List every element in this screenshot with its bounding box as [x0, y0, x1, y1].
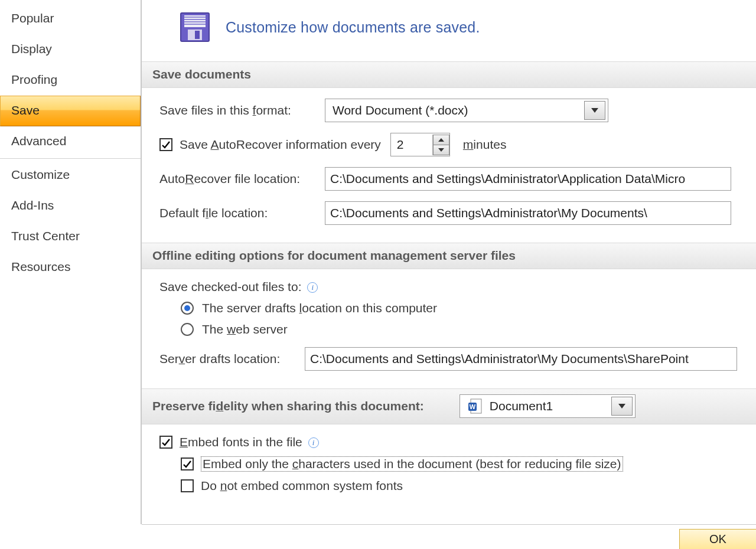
- footer: OK: [142, 524, 756, 549]
- section-preserve-fidelity: Preserve fidelity when sharing this docu…: [142, 388, 756, 424]
- radio-web-server-label: The web server: [202, 322, 288, 336]
- page-title: Customize how documents are saved.: [226, 19, 480, 36]
- embed-fonts-label: Embed fonts in the file i: [180, 435, 319, 449]
- save-format-label: Save files in this format:: [159, 103, 325, 117]
- svg-marker-8: [591, 108, 598, 113]
- sidebar-item-trust-center[interactable]: Trust Center: [0, 221, 141, 252]
- sidebar-item-addins[interactable]: Add-Ins: [0, 191, 141, 221]
- autorecover-label: Save AutoRecover information every: [180, 138, 381, 152]
- main-panel: Customize how documents are saved. Save …: [142, 0, 756, 549]
- default-location-input[interactable]: [325, 201, 731, 225]
- autorecover-interval-spinner[interactable]: 2: [390, 133, 450, 156]
- minutes-label: minutes: [463, 138, 507, 152]
- spinner-down-icon[interactable]: [433, 145, 449, 155]
- default-location-label: Default file location:: [159, 206, 325, 220]
- sidebar-item-customize[interactable]: Customize: [0, 160, 141, 191]
- sidebar-item-proofing[interactable]: Proofing: [0, 65, 141, 96]
- save-icon: [180, 12, 210, 43]
- section-save-documents: Save documents: [142, 61, 756, 88]
- svg-rect-5: [184, 24, 206, 25]
- autorecover-location-label: AutoRecover file location:: [159, 172, 325, 186]
- word-document-icon: W: [467, 398, 484, 414]
- spinner-up-icon[interactable]: [433, 135, 449, 145]
- embed-fonts-checkbox[interactable]: [159, 436, 172, 449]
- embed-common-fonts-label: Do not embed common system fonts: [201, 479, 403, 493]
- info-icon[interactable]: i: [307, 282, 318, 293]
- svg-rect-4: [184, 21, 206, 22]
- server-drafts-location-input[interactable]: [305, 347, 737, 371]
- chevron-down-icon[interactable]: [584, 101, 605, 120]
- svg-marker-14: [618, 404, 625, 409]
- save-checked-out-label: Save checked-out files to: i: [159, 280, 318, 294]
- section-offline-editing: Offline editing options for document man…: [142, 243, 756, 269]
- info-icon[interactable]: i: [308, 437, 319, 448]
- autorecover-checkbox[interactable]: [159, 138, 172, 151]
- svg-text:W: W: [470, 403, 476, 410]
- sidebar-item-resources[interactable]: Resources: [0, 252, 141, 283]
- sidebar-item-save[interactable]: Save: [0, 96, 141, 126]
- svg-rect-2: [184, 17, 206, 18]
- radio-server-drafts-local[interactable]: [181, 302, 194, 315]
- svg-marker-10: [438, 148, 444, 152]
- embed-common-fonts-checkbox[interactable]: [181, 479, 194, 492]
- save-format-dropdown[interactable]: Word Document (*.docx): [325, 99, 608, 122]
- radio-web-server[interactable]: [181, 323, 194, 336]
- autorecover-location-input[interactable]: [325, 167, 731, 191]
- sidebar-item-display[interactable]: Display: [0, 34, 141, 65]
- radio-server-drafts-local-label: The server drafts location on this compu…: [202, 301, 437, 315]
- chevron-down-icon[interactable]: [611, 397, 633, 416]
- sidebar-divider: [0, 158, 141, 159]
- svg-rect-3: [184, 19, 206, 20]
- sidebar-item-popular[interactable]: Popular: [0, 4, 141, 34]
- sidebar: Popular Display Proofing Save Advanced C…: [0, 0, 142, 524]
- svg-marker-9: [438, 138, 444, 142]
- embed-only-characters-label: Embed only the characters used in the do…: [201, 456, 623, 472]
- ok-button[interactable]: OK: [679, 529, 756, 549]
- embed-only-characters-checkbox[interactable]: [181, 458, 194, 470]
- server-drafts-location-label: Server drafts location:: [159, 352, 305, 366]
- sidebar-item-advanced[interactable]: Advanced: [0, 126, 141, 157]
- fidelity-document-dropdown[interactable]: W Document1: [460, 394, 636, 418]
- svg-rect-7: [195, 31, 200, 39]
